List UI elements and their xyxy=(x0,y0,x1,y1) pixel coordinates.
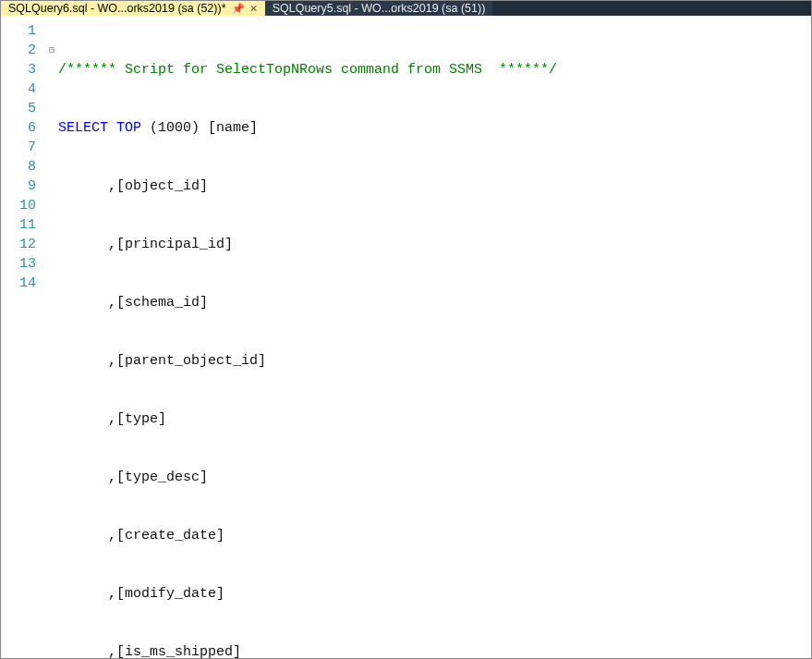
line-number-gutter: 1234567891011121314 xyxy=(1,16,45,659)
tab-label: SQLQuery5.sql - WO...orks2019 (sa (51)) xyxy=(273,2,486,15)
pin-icon[interactable]: 📌 xyxy=(232,3,245,15)
tab-sqlquery5[interactable]: SQLQuery5.sql - WO...orks2019 (sa (51)) xyxy=(265,1,493,16)
tab-label: SQLQuery6.sql - WO...orks2019 (sa (52))* xyxy=(8,2,226,15)
document-tabbar: SQLQuery6.sql - WO...orks2019 (sa (52))*… xyxy=(1,1,811,16)
code-area[interactable]: /****** Script for SelectTopNRows comman… xyxy=(58,16,811,659)
code-comment: /****** Script for SelectTopNRows comman… xyxy=(58,62,557,78)
sql-editor[interactable]: 1234567891011121314 ⊟ /****** Script for… xyxy=(1,16,811,659)
fold-column: ⊟ xyxy=(45,16,58,659)
close-icon[interactable]: × xyxy=(250,1,258,16)
tab-sqlquery6[interactable]: SQLQuery6.sql - WO...orks2019 (sa (52))*… xyxy=(1,1,265,16)
kw-top: TOP xyxy=(108,120,150,136)
kw-select: SELECT xyxy=(58,120,108,136)
